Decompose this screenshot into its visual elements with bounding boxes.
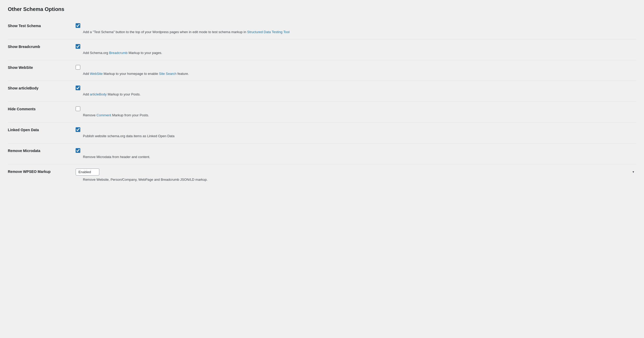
label-hide-comments: Hide Comments — [8, 106, 76, 111]
select-remove-wpseo-markup[interactable]: EnabledDisabled — [76, 168, 99, 176]
label-linked-open-data: Linked Open Data — [8, 127, 76, 132]
link-site-search[interactable]: Site Search — [159, 72, 177, 76]
checkbox-row-show-test-schema — [76, 23, 636, 28]
checkbox-show-test-schema[interactable] — [76, 23, 80, 28]
checkbox-wrapper-show-website — [76, 64, 80, 70]
setting-row-show-articlebody: Show articleBodyAdd articleBody Markup t… — [8, 81, 636, 101]
setting-row-show-test-schema: Show Test SchemaAdd a "Test Schema" butt… — [8, 19, 636, 39]
checkbox-show-articlebody[interactable] — [76, 86, 80, 90]
checkbox-wrapper-linked-open-data — [76, 127, 80, 132]
checkbox-row-show-breadcrumb — [76, 44, 636, 49]
description-show-breadcrumb: Add Schema.org Breadcrumb Markup to your… — [83, 50, 636, 56]
checkbox-row-remove-microdata — [76, 148, 636, 153]
checkbox-row-show-articlebody — [76, 85, 636, 90]
label-remove-wpseo-markup: Remove WPSEO Markup — [8, 168, 76, 174]
label-show-articlebody: Show articleBody — [8, 85, 76, 90]
control-col-show-breadcrumb: Add Schema.org Breadcrumb Markup to your… — [76, 44, 636, 56]
description-show-website: Add WebSite Markup to your homepage to e… — [83, 71, 636, 77]
checkbox-wrapper-remove-microdata — [76, 148, 80, 153]
link-comment[interactable]: Comment — [96, 113, 111, 117]
checkbox-wrapper-hide-comments — [76, 106, 80, 111]
description-show-test-schema: Add a "Test Schema" button to the top of… — [83, 29, 636, 35]
control-col-hide-comments: Remove Comment Markup from your Posts. — [76, 106, 636, 118]
checkbox-hide-comments[interactable] — [76, 106, 80, 111]
label-remove-microdata: Remove Microdata — [8, 148, 76, 153]
description-hide-comments: Remove Comment Markup from your Posts. — [83, 113, 636, 118]
checkbox-wrapper-show-articlebody — [76, 85, 80, 90]
description-remove-microdata: Remove Microdata from header and content… — [83, 154, 636, 160]
checkbox-row-hide-comments — [76, 106, 636, 111]
label-show-website: Show WebSite — [8, 64, 76, 70]
setting-row-remove-wpseo-markup: Remove WPSEO MarkupEnabledDisabledRemove… — [8, 164, 636, 187]
checkbox-wrapper-show-test-schema — [76, 23, 80, 28]
control-col-show-website: Add WebSite Markup to your homepage to e… — [76, 64, 636, 77]
control-col-remove-wpseo-markup: EnabledDisabledRemove Website, Person/Co… — [76, 168, 636, 183]
label-show-breadcrumb: Show Breadcrumb — [8, 44, 76, 49]
checkbox-show-website[interactable] — [76, 65, 80, 70]
setting-row-linked-open-data: Linked Open DataPublish website schema.o… — [8, 122, 636, 143]
setting-row-hide-comments: Hide CommentsRemove Comment Markup from … — [8, 101, 636, 122]
setting-row-remove-microdata: Remove MicrodataRemove Microdata from he… — [8, 143, 636, 164]
control-col-linked-open-data: Publish website schema.org data items as… — [76, 127, 636, 139]
link-breadcrumb[interactable]: Breadcrumb — [109, 51, 127, 55]
link-articlebody[interactable]: articleBody — [90, 92, 107, 96]
settings-list: Show Test SchemaAdd a "Test Schema" butt… — [8, 19, 636, 186]
control-col-show-articlebody: Add articleBody Markup to your Posts. — [76, 85, 636, 97]
description-show-articlebody: Add articleBody Markup to your Posts. — [83, 92, 636, 97]
control-col-remove-microdata: Remove Microdata from header and content… — [76, 148, 636, 160]
checkbox-show-breadcrumb[interactable] — [76, 44, 80, 49]
checkbox-linked-open-data[interactable] — [76, 127, 80, 132]
page-title: Other Schema Options — [8, 6, 636, 12]
setting-row-show-breadcrumb: Show BreadcrumbAdd Schema.org Breadcrumb… — [8, 39, 636, 60]
control-col-show-test-schema: Add a "Test Schema" button to the top of… — [76, 23, 636, 35]
checkbox-row-linked-open-data — [76, 127, 636, 132]
setting-row-show-website: Show WebSiteAdd WebSite Markup to your h… — [8, 60, 636, 81]
checkbox-wrapper-show-breadcrumb — [76, 44, 80, 49]
link-structured-data-testing-tool[interactable]: Structured Data Testing Tool — [247, 30, 290, 34]
description-linked-open-data: Publish website schema.org data items as… — [83, 134, 636, 139]
select-container-remove-wpseo-markup: EnabledDisabled — [76, 168, 636, 176]
checkbox-remove-microdata[interactable] — [76, 148, 80, 153]
description-remove-wpseo-markup: Remove Website, Person/Company, WebPage … — [83, 177, 636, 183]
checkbox-row-show-website — [76, 64, 636, 70]
link-website[interactable]: WebSite — [90, 72, 103, 76]
label-show-test-schema: Show Test Schema — [8, 23, 76, 28]
